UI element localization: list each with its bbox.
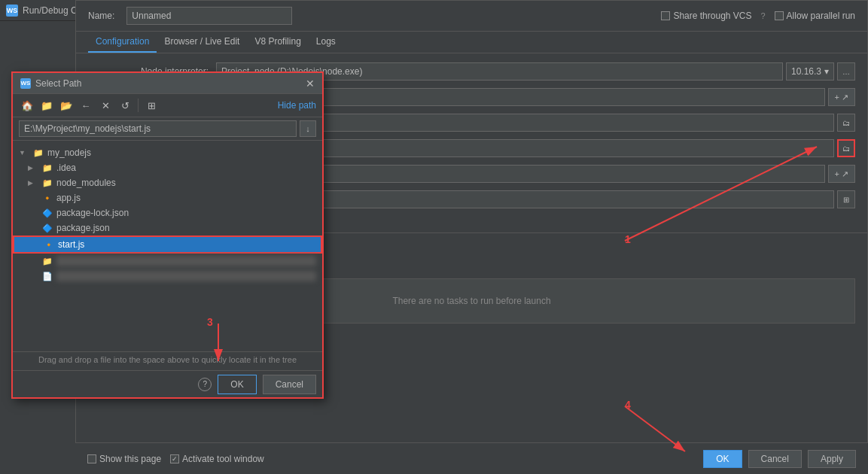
activate-tool-checkbox[interactable]: ✓ [170,454,179,463]
sp-path-row: ↓ [13,117,322,141]
config-ok-button[interactable]: OK [703,450,742,468]
allow-parallel-label[interactable]: Allow parallel run [775,11,855,21]
sp-ok-button[interactable]: OK [218,375,256,394]
config-name-input[interactable] [126,7,292,25]
tree-label-mo: mo [56,256,316,266]
show-page-checkbox[interactable] [87,454,96,463]
sp-footer: ? OK Cancel [13,370,322,397]
js-icon-start: 🔸 [43,239,55,251]
sp-home-button[interactable]: 🏠 [19,97,35,114]
tree-item-package-json[interactable]: ▶ 🔷 package.json [13,220,322,235]
tree-label-idea: .idea [56,163,316,173]
working-dir-browse-button[interactable]: 🗂 [837,114,855,132]
hide-path-link[interactable]: Hide path [278,100,316,111]
config-footer: Show this page ✓ Activate tool window OK… [75,442,868,474]
tree-label-node_modules: node_modules [56,178,316,188]
js-file-browse-button[interactable]: 🗂 [837,139,855,157]
sp-expand-button[interactable]: ⊞ [143,97,160,114]
env-vars-browse-button[interactable]: ⊞ [837,190,855,208]
tree-item-node_modules[interactable]: ▶ 📁 node_modules [13,175,322,190]
sp-title-icon: WS [20,78,31,89]
footer-left: Show this page ✓ Activate tool window [87,454,264,464]
share-vcs-label[interactable]: Share through VCS [661,11,751,21]
tab-logs[interactable]: Logs [309,32,343,53]
sp-back-button[interactable]: ← [78,97,94,114]
folder-icon-node_modules: 📁 [41,177,53,189]
tab-browser-live-edit[interactable]: Browser / Live Edit [157,32,247,53]
select-path-dialog: WS Select Path ✕ 🏠 📁 📂 ← ✕ ↺ ⊞ Hide path… [11,71,324,399]
json-icon-package-lock: 🔷 [41,207,53,219]
sp-title-text: Select Path [35,78,81,89]
tree-item-app-js[interactable]: ▶ 🔸 app.js [13,190,322,205]
sp-close-button[interactable]: ✕ [306,77,315,90]
icon-mo: 📁 [41,255,53,267]
sp-cancel-button[interactable]: Cancel [263,375,316,394]
tree-arrow-idea: ▶ [28,164,38,172]
sp-toolbar-divider [138,99,139,112]
tree-label-package-json: package.json [56,223,316,233]
config-cancel-button[interactable]: Cancel [748,450,802,468]
sp-drag-hint: Drag and drop a file into the space abov… [13,351,322,367]
allow-parallel-checkbox[interactable] [775,11,784,20]
tree-item-package-lock[interactable]: ▶ 🔷 package-lock.json [13,205,322,220]
tree-item-my_nodejs[interactable]: ▼ 📁 my_nodejs [13,145,322,160]
sp-path-input[interactable] [19,120,297,137]
tree-label-blurred: ?A [56,271,316,281]
tree-item-idea[interactable]: ▶ 📁 .idea [13,160,322,175]
config-options: Share through VCS ? Allow parallel run [661,11,855,21]
folder-icon-my_nodejs: 📁 [32,147,44,159]
show-page-label[interactable]: Show this page [87,454,161,464]
tree-item-mo[interactable]: ▶ 📁 mo [13,254,322,269]
tree-label-app-js: app.js [56,193,316,203]
sp-parent-button[interactable]: 📂 [58,97,75,114]
chevron-down-icon: ▾ [824,66,829,77]
activate-tool-label[interactable]: ✓ Activate tool window [170,454,264,464]
tabs-bar: Configuration Browser / Live Edit V8 Pro… [76,32,867,53]
sp-help-button[interactable]: ? [198,378,212,391]
sp-title-bar: WS Select Path ✕ [13,73,322,94]
config-apply-button[interactable]: Apply [808,450,856,468]
sp-file-tree: ▼ 📁 my_nodejs ▶ 📁 .idea ▶ 📁 node_modules [13,141,322,351]
tree-arrow-node_modules: ▶ [28,179,38,187]
tab-v8-profiling[interactable]: V8 Profiling [247,32,308,53]
tree-label-start-js: start.js [58,239,315,250]
json-icon-package: 🔷 [41,222,53,234]
share-vcs-help: ? [760,11,765,20]
share-vcs-checkbox[interactable] [661,11,670,20]
app-icon: WS [6,5,18,17]
sp-refresh-button[interactable]: ↺ [117,97,133,114]
interpreter-browse-button[interactable]: … [837,62,855,81]
ide-window: WS Run/Debug Configurations ─ □ ✕ Name: … [0,0,868,474]
tree-label-package-lock: package-lock.json [56,208,316,218]
tree-item-start-js[interactable]: ▶ 🔸 start.js [13,235,322,254]
tree-item-blurred[interactable]: ▶ 📄 ?A [13,269,322,284]
sp-newdir-button[interactable]: 📁 [38,97,55,114]
config-header: Name: Share through VCS ? Allow parallel… [76,1,867,32]
node-params-add-button[interactable]: + ↗ [828,88,855,106]
sp-toolbar: 🏠 📁 📂 ← ✕ ↺ ⊞ Hide path [13,94,322,117]
version-badge: 10.16.3 ▾ [786,62,834,81]
folder-icon-idea: 📁 [41,162,53,174]
tab-configuration[interactable]: Configuration [88,32,157,53]
sp-path-download-button[interactable]: ↓ [300,120,316,137]
js-icon-app: 🔸 [41,192,53,204]
sp-delete-button[interactable]: ✕ [97,97,114,114]
name-label: Name: [88,11,114,21]
icon-blurred: 📄 [41,270,53,282]
tree-label-my_nodejs: my_nodejs [47,147,316,158]
tree-arrow-my_nodejs: ▼ [19,149,29,156]
app-params-add-button[interactable]: + ↗ [828,165,855,183]
